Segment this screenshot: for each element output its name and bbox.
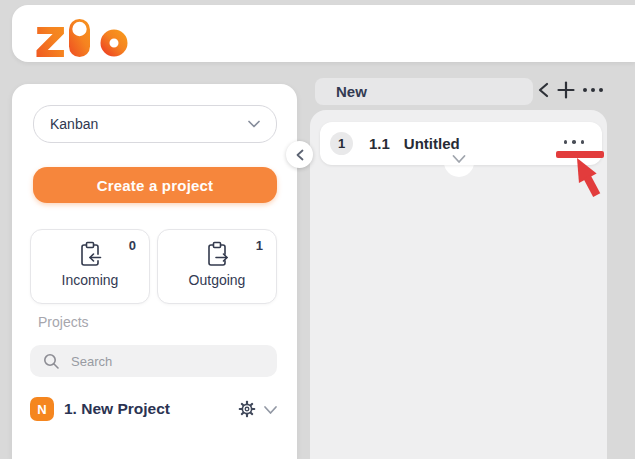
outgoing-counter-card[interactable]: 1 Outgoing [157,229,277,304]
view-mode-select[interactable]: Kanban [33,105,277,143]
task-index-badge: 1 [330,132,353,155]
view-mode-value: Kanban [50,116,98,132]
zio-logo-icon[interactable]: z [32,13,142,61]
logo-letter-z: z [34,13,67,61]
projects-section-label: Projects [38,314,89,330]
incoming-count: 0 [129,238,136,253]
card-expand-chevron-icon[interactable] [451,153,467,166]
chevron-down-icon [247,117,261,131]
column-add-icon[interactable] [557,81,575,99]
task-title: Untitled [404,135,460,152]
incoming-label: Incoming [62,272,119,288]
column-title: New [336,83,367,100]
create-project-button[interactable]: Create a project [33,167,277,203]
project-search [30,345,277,377]
clipboard-arrow-in-icon [77,241,103,269]
task-menu-icon[interactable] [564,140,585,144]
project-expand-chevron-icon[interactable] [263,404,278,416]
outgoing-count: 1 [256,238,263,253]
sidebar-collapse-button[interactable] [286,141,313,168]
logo-letter-o [105,34,123,52]
column-title-field[interactable]: New [315,78,533,105]
search-input[interactable] [69,353,253,370]
task-code: 1.1 [369,135,390,152]
clipboard-arrow-out-icon [204,241,230,269]
project-initial-badge: N [30,397,54,421]
chevron-left-icon [295,149,305,161]
outgoing-label: Outgoing [189,272,246,288]
search-icon [43,353,60,370]
app-window: z Kanban Create a project 0 Incoming [0,0,635,459]
project-list-item[interactable]: N 1. New Project [30,396,280,422]
incoming-counter-card[interactable]: 0 Incoming [30,229,150,304]
project-name: 1. New Project [64,400,170,418]
column-back-icon[interactable] [537,82,550,98]
annotation-underline [556,151,604,158]
top-header: z [12,5,635,62]
gear-icon[interactable] [238,400,256,418]
column-menu-icon[interactable] [581,82,605,98]
logo-i-dot [72,22,86,36]
sidebar: Kanban Create a project 0 Incoming 1 [12,84,297,459]
